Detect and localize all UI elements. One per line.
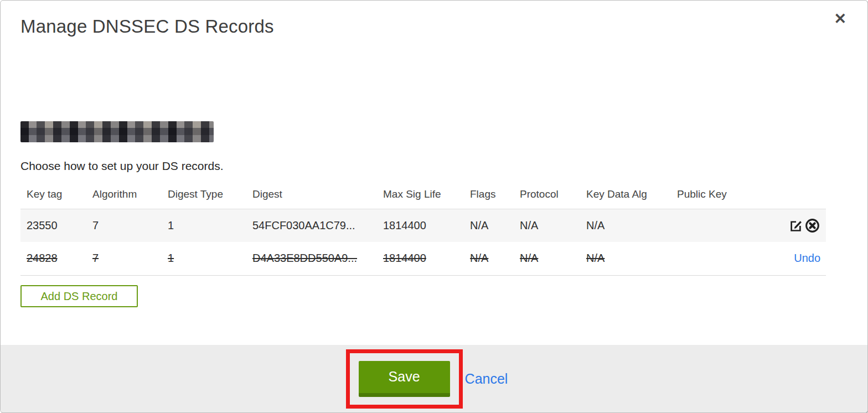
row-actions: Undo — [776, 242, 826, 275]
cell-digest: 54FCF030AA1C79... — [246, 209, 377, 242]
cell-protocol: N/A — [514, 209, 580, 242]
cell-flags: N/A — [464, 242, 514, 275]
cell-public-key — [671, 209, 776, 242]
col-header-digest-type: Digest Type — [162, 180, 246, 209]
cell-key-data-alg: N/A — [580, 209, 671, 242]
page-title: Manage DNSSEC DS Records — [20, 16, 274, 37]
col-header-flags: Flags — [464, 180, 514, 209]
save-button[interactable]: Save — [359, 361, 450, 397]
col-header-key-tag: Key tag — [20, 180, 86, 209]
add-ds-record-button[interactable]: Add DS Record — [20, 285, 138, 307]
cell-max-sig-life: 1814400 — [377, 242, 464, 275]
cell-algorithm: 7 — [86, 209, 162, 242]
table-header-row: Key tag Algorithm Digest Type Digest Max… — [20, 180, 826, 209]
annotation-highlight-rect: Save — [346, 349, 463, 409]
cell-public-key — [671, 242, 776, 275]
table-row-ds-record-0: 23550 7 1 54FCF030AA1C79... 1814400 N/A … — [20, 209, 826, 242]
close-icon[interactable]: ✕ — [834, 12, 846, 27]
dnssec-dialog: Manage DNSSEC DS Records ✕ Choose how to… — [0, 0, 868, 413]
instruction-text: Choose how to set up your DS records. — [20, 159, 224, 173]
cell-key-tag: 24828 — [20, 242, 86, 275]
col-header-key-data-alg: Key Data Alg — [580, 180, 671, 209]
col-header-actions — [776, 180, 826, 209]
col-header-public-key: Public Key — [671, 180, 776, 209]
footer-actions: Save Cancel — [346, 349, 508, 409]
col-header-protocol: Protocol — [514, 180, 580, 209]
cell-digest-type: 1 — [162, 242, 246, 275]
cancel-link[interactable]: Cancel — [465, 371, 508, 387]
col-header-digest: Digest — [246, 180, 377, 209]
cell-max-sig-life: 1814400 — [377, 209, 464, 242]
cell-flags: N/A — [464, 209, 514, 242]
col-header-algorithm: Algorithm — [86, 180, 162, 209]
undo-link[interactable]: Undo — [794, 252, 820, 264]
cell-digest-type: 1 — [162, 209, 246, 242]
redacted-domain-name — [20, 121, 214, 142]
row-actions — [776, 209, 826, 242]
cell-key-data-alg: N/A — [580, 242, 671, 275]
col-header-max-sig-life: Max Sig Life — [377, 180, 464, 209]
edit-record-icon[interactable] — [788, 218, 803, 233]
delete-record-icon[interactable] — [804, 218, 820, 234]
cell-protocol: N/A — [514, 242, 580, 275]
cell-key-tag: 23550 — [20, 209, 86, 242]
ds-records-table: Key tag Algorithm Digest Type Digest Max… — [20, 180, 826, 276]
table-row-ds-record-1: 24828 7 1 D4A33E8DD550A9... 1814400 N/A … — [20, 242, 826, 275]
dialog-footer: Save Cancel — [1, 345, 867, 412]
cell-algorithm: 7 — [86, 242, 162, 275]
cell-digest: D4A33E8DD550A9... — [246, 242, 377, 275]
